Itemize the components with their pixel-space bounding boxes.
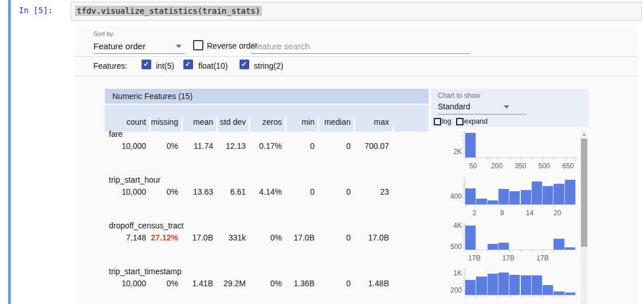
feature-name: dropoff_census_tract [109,221,184,230]
histogram-bar [565,180,576,204]
x-axis-tick [553,158,554,160]
stat-value: 0 [317,279,354,288]
feature-stats-row: 10,0000%13.636.614.14%0023 [105,187,392,196]
feature-histogram: 400281420 [448,176,583,222]
stat-value: 11.74 [181,141,216,151]
feature-search-input[interactable]: Feature search [251,39,470,54]
sort-by-dropdown[interactable]: Feature order [93,39,185,54]
x-axis-tick [498,158,499,160]
y-axis-tick [462,190,465,191]
x-axis-tick [553,295,554,298]
x-axis-tick [543,205,543,207]
stat-value: 0 [285,141,317,151]
x-axis-tick [465,158,466,160]
stat-value: 0 [317,233,354,242]
reverse-order-label: Reverse order [207,41,258,50]
x-axis-tick [509,205,510,207]
float-filter-label: float(10) [198,61,227,70]
stat-value: 7,148 [105,233,149,242]
expand-label: expand [464,117,488,125]
stat-value: 10,000 [105,141,149,151]
scroll-up-icon[interactable]: ▲ [580,132,588,137]
x-axis-label: 50 [462,162,485,170]
int-filter-label: int(5) [156,61,174,70]
table-header-row: countmissingmeanstd devzerosminmedianmax [105,105,429,132]
x-axis-tick [509,250,510,252]
y-axis-tick [462,281,465,281]
y-axis-tick [462,155,465,155]
x-axis-tick [488,295,488,298]
histogram-bar [476,277,487,295]
stat-value: 10,000 [105,279,149,288]
histogram-bar [521,275,532,295]
x-axis-tick [465,295,466,298]
feature-row: trip_start_timestamp10,0000%1.41B29.2M0%… [105,267,429,303]
chevron-down-icon [504,105,509,109]
cell-prompt: In [5]: [19,6,53,15]
y-axis-tick [462,247,465,247]
chart-options-panel: Chart to show Standard log expand [431,89,588,127]
float-filter-checkbox[interactable] [183,60,193,69]
histogram-bar [465,226,476,250]
feature-name: fare [109,129,123,139]
sort-by-value: Feature order [93,41,146,51]
y-axis-tick [462,146,465,147]
x-axis-tick [498,250,499,252]
y-axis-tick [462,152,465,152]
histogram-bar [488,244,498,250]
feature-histogram: 4K50017B17B17B [448,222,583,267]
reverse-order-checkbox[interactable] [193,40,203,50]
y-axis-tick [462,286,465,287]
y-axis-tick [462,224,465,224]
y-axis-label: 200 [448,286,462,294]
log-checkbox[interactable] [434,118,441,125]
chart-type-dropdown[interactable]: Standard [438,101,527,115]
histogram-bar [509,191,520,204]
feature-histogram: 1K200 [448,267,583,304]
x-axis-tick [488,205,488,207]
feature-stats-row: 7,14827.12%17.0B331k0%17.0B017.0B [105,233,392,242]
stat-value: 12.13 [216,141,249,151]
int-filter-checkbox[interactable] [142,60,151,69]
histogram-bar [543,186,553,204]
y-axis-tick [462,149,465,149]
x-axis-tick [576,158,576,160]
y-axis-tick [462,230,465,230]
stat-value: 1.48B [354,279,392,288]
y-axis-tick [462,232,465,233]
stat-value: 700.07 [354,141,392,151]
x-axis-tick [476,158,477,160]
y-axis-tick [462,292,465,293]
code-cell[interactable]: tfdv.visualize_statistics(train_stats) [70,2,642,21]
y-axis-tick [462,241,465,242]
histogram-bar [532,275,543,295]
scrollbar-thumb[interactable] [581,139,587,247]
stat-value: 17.0B [285,233,317,242]
feature-name: trip_start_hour [109,175,160,184]
stat-value: 0 [317,187,354,196]
x-axis-tick [509,158,510,160]
code-input[interactable]: tfdv.visualize_statistics(train_stats) [75,6,262,16]
expand-checkbox[interactable] [456,118,464,125]
y-axis-tick [462,289,465,290]
chart-type-value: Standard [438,102,470,111]
scrollbar[interactable]: ▲ [580,131,588,304]
x-axis-tick [465,250,466,252]
y-axis-tick [462,184,465,185]
histogram-bar [498,273,509,295]
x-axis-tick [476,205,477,207]
log-label: log [442,117,451,125]
feature-histogram: 2K50200350500650 [448,129,583,175]
stat-value: 17.0B [181,233,216,242]
x-axis-label: 2 [463,209,486,217]
x-axis-tick [532,295,532,298]
x-axis-label: 17B [531,254,554,262]
string-filter-checkbox[interactable] [239,60,249,69]
x-axis-tick [532,250,532,252]
numeric-features-header: Numeric Features (15) [105,89,429,104]
x-axis-tick [576,250,576,252]
y-axis-tick [462,132,465,132]
stat-value: 27.12% [149,233,181,242]
y-axis-tick [462,235,465,236]
y-axis-tick [462,181,465,182]
